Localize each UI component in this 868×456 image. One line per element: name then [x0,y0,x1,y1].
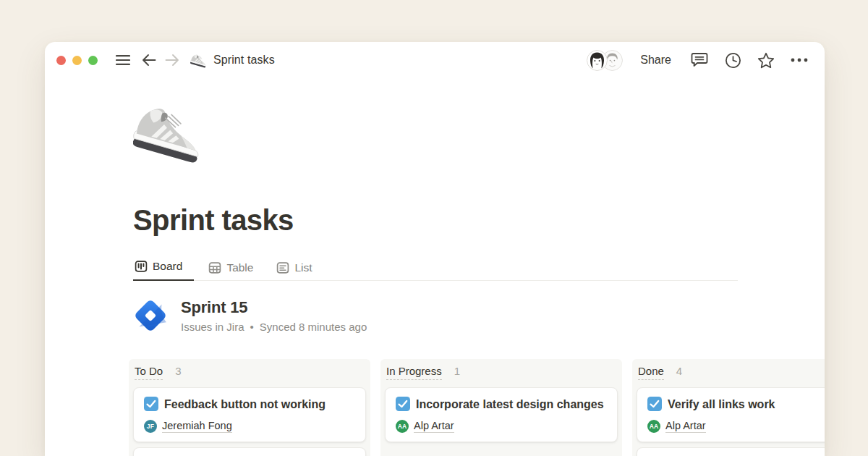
collaborator-avatars[interactable] [587,50,623,71]
board-column-in-progress: In Progress 1 Incorporate latest design … [380,359,622,456]
window-topbar: Sprint tasks Share [45,42,825,78]
board-view-icon [135,260,148,273]
checkbox-checked-icon[interactable] [144,397,158,411]
more-ellipsis-icon[interactable] [790,51,809,69]
tab-list[interactable]: List [275,258,320,281]
assignee-avatar: JF [144,420,157,433]
card-title: Verify all links work [668,398,775,410]
collection-subtitle: Issues in Jira • Synced 8 minutes ago [181,321,367,333]
card-assignee[interactable]: AA Alp Artar [396,420,607,433]
assignee-name[interactable]: Alp Artar [414,420,454,433]
window-controls [56,56,98,65]
board-card[interactable]: Feedback button not working JF Jeremiah … [133,387,366,442]
card-title: Incorporate latest design changes [416,398,604,410]
minimize-window-button[interactable] [72,56,82,65]
tab-table[interactable]: Table [207,258,262,281]
kanban-board: To Do 3 Feedback button not working JF J… [129,359,825,456]
table-view-icon [208,261,221,274]
avatar-woman [587,50,608,71]
linked-collection-header: Sprint 15 Issues in Jira • Synced 8 minu… [133,298,825,333]
column-header: In Progress 1 [386,365,616,380]
checkbox-checked-icon[interactable] [396,397,410,411]
assignee-name[interactable]: Jeremiah Fong [162,420,232,433]
board-column-todo: To Do 3 Feedback button not working JF J… [129,359,370,456]
view-tabs: Board Table List [133,257,738,281]
updates-clock-icon[interactable] [723,51,742,69]
assignee-name[interactable]: Alp Artar [665,420,706,433]
favorite-star-icon[interactable] [757,51,775,69]
card-title-row: Feedback button not working [144,395,355,414]
board-card-partial[interactable] [133,447,366,456]
tab-list-label: List [294,261,312,274]
column-name[interactable]: In Progress [386,365,442,380]
card-title-row: Verify all links work [647,395,825,414]
card-title-row: Incorporate latest design changes [396,395,607,414]
column-name[interactable]: Done [638,365,664,380]
card-assignee[interactable]: JF Jeremiah Fong [144,420,355,433]
assignee-avatar: AA [396,420,409,433]
app-window: Sprint tasks Share [45,42,825,456]
assignee-avatar: AA [647,420,660,433]
page-content: Sprint tasks Board Table List Spri [45,78,825,456]
board-card[interactable]: Verify all links work AA Alp Artar [637,387,825,442]
column-count: 4 [676,365,682,377]
column-count: 1 [454,365,460,377]
comments-icon[interactable] [690,51,709,69]
list-view-icon [276,261,289,274]
zoom-window-button[interactable] [88,56,98,65]
breadcrumb-page-title[interactable]: Sprint tasks [213,54,275,67]
jira-logo-icon [133,298,168,333]
tab-board-label: Board [153,260,182,273]
card-title: Feedback button not working [164,398,326,410]
menu-icon[interactable] [114,51,132,69]
subtitle-separator: • [250,321,254,333]
card-assignee[interactable]: AA Alp Artar [647,420,825,433]
column-name[interactable]: To Do [135,365,163,380]
tab-board[interactable]: Board [133,257,194,281]
collection-title[interactable]: Sprint 15 [181,298,367,317]
board-card-partial[interactable] [637,447,825,456]
sneaker-icon [190,52,208,68]
tab-table-label: Table [226,261,253,274]
back-arrow-icon[interactable] [140,51,158,69]
collection-source[interactable]: Issues in Jira [181,321,244,333]
page-sneaker-icon[interactable] [133,94,205,168]
checkbox-checked-icon[interactable] [647,397,662,411]
forward-arrow-icon[interactable] [163,51,182,69]
column-count: 3 [175,365,181,377]
board-column-done: Done 4 Verify all links work AA Alp Arta… [632,359,825,456]
column-header: Done 4 [638,365,825,380]
collection-sync-status: Synced 8 minutes ago [260,321,367,333]
column-header: To Do 3 [135,365,365,380]
close-window-button[interactable] [56,56,66,65]
page-title[interactable]: Sprint tasks [133,204,825,237]
board-card[interactable]: Incorporate latest design changes AA Alp… [385,387,618,442]
share-button[interactable]: Share [640,54,671,67]
